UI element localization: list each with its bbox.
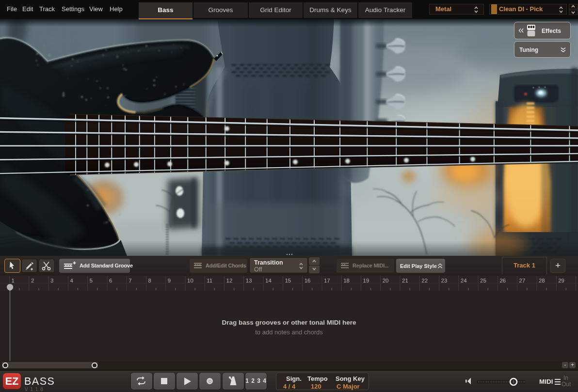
svg-text:29: 29 xyxy=(558,278,564,283)
svg-text:18: 18 xyxy=(343,278,350,283)
svg-text:13: 13 xyxy=(246,278,252,283)
svg-text:12: 12 xyxy=(226,278,233,283)
svg-text:24: 24 xyxy=(461,278,467,283)
svg-text:25: 25 xyxy=(480,278,486,283)
svg-text:17: 17 xyxy=(324,278,330,283)
svg-text:19: 19 xyxy=(363,278,369,283)
svg-text:22: 22 xyxy=(421,278,428,283)
svg-text:10: 10 xyxy=(187,278,193,283)
svg-text:2: 2 xyxy=(31,278,34,283)
svg-text:26: 26 xyxy=(499,278,506,283)
svg-text:14: 14 xyxy=(265,278,272,283)
svg-text:1: 1 xyxy=(12,278,15,283)
svg-text:15: 15 xyxy=(285,278,291,283)
svg-text:3: 3 xyxy=(50,278,53,283)
svg-text:7: 7 xyxy=(128,278,131,283)
svg-text:8: 8 xyxy=(148,278,151,283)
svg-text:20: 20 xyxy=(383,278,389,283)
svg-text:4: 4 xyxy=(70,278,73,283)
svg-text:5: 5 xyxy=(90,278,93,283)
svg-text:11: 11 xyxy=(207,278,212,283)
svg-text:21: 21 xyxy=(402,278,408,283)
svg-text:9: 9 xyxy=(168,278,171,283)
svg-text:27: 27 xyxy=(519,278,526,283)
svg-text:28: 28 xyxy=(539,278,545,283)
svg-text:23: 23 xyxy=(441,278,448,283)
svg-text:16: 16 xyxy=(305,278,311,283)
svg-text:6: 6 xyxy=(109,278,112,283)
